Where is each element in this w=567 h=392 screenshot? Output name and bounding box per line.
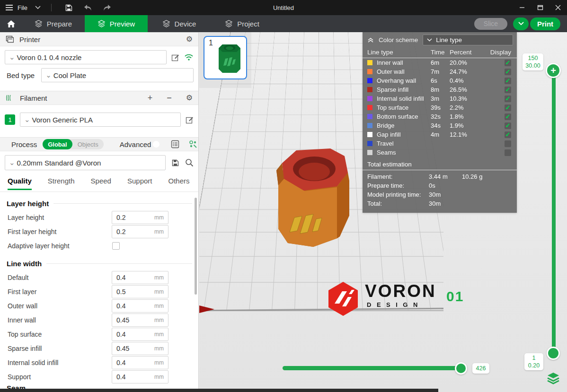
- legend-row: Bridge 34s 1.9% ✓: [363, 121, 517, 130]
- layer-slider-top-handle[interactable]: +: [546, 63, 561, 78]
- setting-row: Outer wall 0.4 mm: [0, 299, 199, 313]
- display-checkbox[interactable]: ✓: [505, 105, 511, 111]
- move-slider-track[interactable]: [283, 366, 467, 370]
- sidebar-scrollbar[interactable]: [195, 198, 197, 295]
- minimize-button[interactable]: [513, 0, 531, 15]
- chevron-down-icon: ⌄: [24, 115, 30, 124]
- line-type-swatch: [367, 123, 372, 128]
- move-slider-handle[interactable]: [455, 362, 467, 375]
- plate-thumbnail[interactable]: 1: [204, 36, 247, 79]
- main-tab[interactable]: Preview: [85, 15, 148, 32]
- setting-input[interactable]: 0.4 mm: [112, 299, 168, 313]
- total-row: Prepare time: 0s: [363, 181, 517, 190]
- redo-icon[interactable]: [100, 2, 114, 13]
- maximize-button[interactable]: [531, 0, 549, 15]
- display-checkbox[interactable]: ✓: [505, 131, 511, 138]
- filament-section-header: Filament + − ⚙: [0, 91, 198, 105]
- process-tab[interactable]: Strength: [48, 177, 75, 190]
- setting-row: First layer height 0.2 mm: [0, 225, 199, 239]
- setting-input[interactable]: 0.45 mm: [112, 314, 168, 327]
- chevron-down-icon[interactable]: [35, 6, 41, 9]
- add-filament-icon[interactable]: +: [148, 94, 153, 102]
- legend-row: Gap infill 4m 12.1% ✓: [363, 130, 517, 139]
- edit-printer-icon[interactable]: [171, 53, 179, 61]
- file-menu[interactable]: File: [18, 4, 27, 11]
- display-checkbox[interactable]: ✓: [505, 122, 511, 129]
- setting-input[interactable]: 0.4 mm: [112, 271, 168, 284]
- total-value: 0s: [429, 182, 462, 189]
- printer-settings-icon[interactable]: ⚙: [186, 35, 193, 43]
- parameter-list-icon[interactable]: [171, 140, 179, 148]
- close-button[interactable]: [549, 0, 567, 15]
- compare-presets-icon[interactable]: [189, 140, 198, 148]
- line-type-label: Gap infill: [377, 131, 431, 138]
- display-checkbox[interactable]: ✓: [505, 87, 511, 93]
- display-checkbox[interactable]: ✓: [505, 60, 511, 66]
- edit-filament-icon[interactable]: [186, 116, 194, 124]
- process-tab[interactable]: Quality: [8, 177, 32, 190]
- slice-button[interactable]: Slice: [474, 18, 507, 30]
- home-button[interactable]: [0, 15, 22, 32]
- filament-slot-badge[interactable]: 1: [5, 114, 15, 125]
- process-tab[interactable]: Speed: [91, 177, 111, 190]
- line-type-percent: 26.5%: [450, 86, 487, 93]
- process-tab[interactable]: Support: [127, 177, 152, 190]
- wifi-icon[interactable]: [184, 53, 194, 61]
- process-preset-select[interactable]: ⌄ 0.20mm Standard @Voron: [5, 155, 166, 170]
- layer-slider-bottom-handle[interactable]: [547, 347, 560, 360]
- save-preset-icon[interactable]: [171, 159, 179, 167]
- adaptive-layer-height-checkbox[interactable]: [112, 242, 120, 250]
- process-tab[interactable]: Others: [168, 177, 190, 190]
- setting-input[interactable]: 0.4 mm: [112, 356, 168, 369]
- tab-icon: [225, 20, 233, 28]
- setting-row-adaptive: Adaptive layer height: [0, 239, 199, 253]
- print-button[interactable]: Print: [530, 17, 560, 30]
- display-checkbox[interactable]: ✓: [505, 113, 511, 120]
- tab-icon: [97, 20, 106, 28]
- thumbnail-model: [215, 42, 243, 76]
- display-checkbox[interactable]: ✓: [505, 78, 511, 84]
- layers-view-icon[interactable]: [545, 370, 561, 386]
- display-checkbox[interactable]: ✓: [505, 140, 511, 147]
- setting-input[interactable]: 0.5 mm: [112, 285, 168, 298]
- bed-type-select[interactable]: ⌄ Cool Plate: [41, 68, 194, 82]
- layer-slider-track[interactable]: [552, 69, 556, 353]
- bed-type-value: Cool Plate: [53, 71, 86, 79]
- filament-settings-icon[interactable]: ⚙: [186, 94, 193, 102]
- main-tab[interactable]: Device: [148, 15, 211, 32]
- display-checkbox[interactable]: ✓: [505, 149, 511, 156]
- printer-preset-select[interactable]: ⌄ Voron 0.1 0.4 nozzle: [5, 50, 167, 64]
- setting-label: Support: [8, 373, 112, 381]
- menu-icon[interactable]: [6, 5, 13, 10]
- remove-filament-icon[interactable]: −: [167, 94, 172, 102]
- display-checkbox[interactable]: ✓: [505, 69, 511, 75]
- setting-value: 0.4: [116, 359, 154, 366]
- main-tab[interactable]: Project: [211, 15, 274, 32]
- tab-label: Preview: [110, 20, 135, 28]
- line-type-swatch: [367, 87, 372, 92]
- undo-icon[interactable]: [81, 2, 95, 13]
- sliced-model[interactable]: [274, 146, 354, 250]
- slicer-window: File Untitled: [0, 0, 567, 392]
- setting-input[interactable]: 0.2 mm: [112, 211, 168, 224]
- setting-label: Outer wall: [8, 302, 112, 310]
- setting-input[interactable]: 0.2 mm: [112, 225, 168, 238]
- color-scheme-select[interactable]: Line type: [423, 35, 513, 45]
- filament-preset-select[interactable]: ⌄ Voron Generic PLA: [20, 113, 181, 127]
- setting-unit: mm: [154, 303, 164, 309]
- process-scope-option[interactable]: Global: [43, 139, 72, 149]
- setting-label: First layer height: [8, 228, 112, 235]
- filament-icon: [6, 94, 14, 102]
- setting-input[interactable]: 0.4 mm: [112, 370, 168, 383]
- main-tab[interactable]: Prepare: [22, 15, 85, 32]
- print-dropdown-button[interactable]: [513, 17, 529, 30]
- display-checkbox[interactable]: ✓: [505, 96, 511, 102]
- collapse-panel-icon[interactable]: [367, 37, 374, 43]
- setting-input[interactable]: 0.4 mm: [112, 328, 168, 341]
- plate-number: 1: [209, 39, 213, 47]
- search-settings-icon[interactable]: [185, 158, 194, 167]
- process-scope-option[interactable]: Objects: [72, 139, 104, 149]
- save-icon[interactable]: [62, 2, 76, 13]
- line-type-time: 8m: [431, 86, 450, 93]
- setting-input[interactable]: 0.45 mm: [112, 342, 168, 355]
